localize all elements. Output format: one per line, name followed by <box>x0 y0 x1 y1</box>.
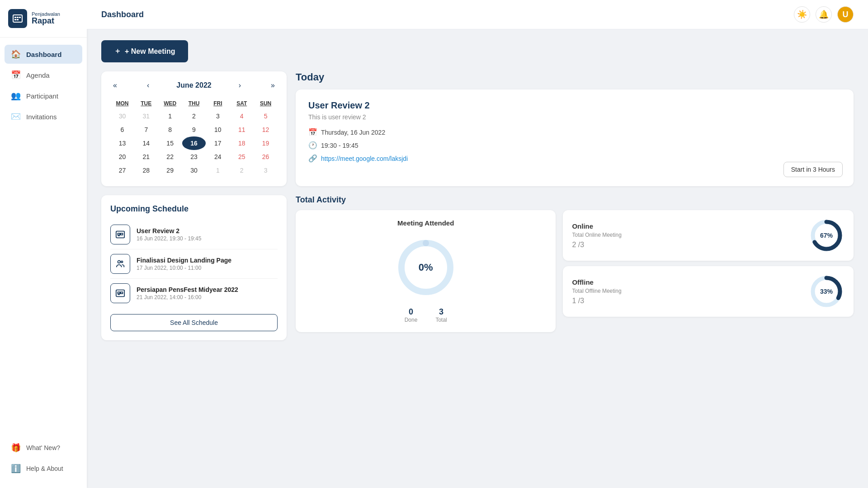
start-meeting-button[interactable]: Start in 3 Hours <box>783 162 843 177</box>
see-all-button[interactable]: See All Schedule <box>110 314 278 331</box>
cal-day-28[interactable]: 28 <box>134 164 158 177</box>
cal-day-2-other[interactable]: 2 <box>230 164 254 177</box>
meeting-date-detail: 📅 Thursday, 16 Jun 2022 <box>308 128 841 136</box>
cal-day-24[interactable]: 24 <box>206 150 230 164</box>
meeting-time: 19:30 - 19:45 <box>321 142 359 149</box>
sidebar-item-whats-new[interactable]: 🎁 What' New? <box>5 438 82 457</box>
cal-dow-thu: THU <box>182 98 206 109</box>
cal-day-5[interactable]: 5 <box>254 109 278 123</box>
cal-dow-wed: WED <box>158 98 182 109</box>
plus-icon: ＋ <box>114 47 121 56</box>
svg-rect-14 <box>121 292 123 294</box>
schedule-item-0[interactable]: User Review 216 Jun 2022, 19:30 - 19:45 <box>110 220 278 249</box>
cal-day-18[interactable]: 18 <box>230 136 254 150</box>
sched-info-1: Finalisasi Design Landing Page17 Jun 202… <box>137 257 231 271</box>
cal-day-25[interactable]: 25 <box>230 150 254 164</box>
main-area: Dashboard ☀️ 🔔 U ＋ + New Meeting « ‹ Jun… <box>87 0 868 488</box>
cal-day-31-other[interactable]: 31 <box>134 109 158 123</box>
sidebar-item-invitations[interactable]: ✉️ Invitations <box>5 107 82 126</box>
participant-icon: 👥 <box>11 91 21 101</box>
offline-donut: 33% <box>808 273 844 310</box>
cal-next-month[interactable]: › <box>236 80 244 90</box>
cal-day-30-other[interactable]: 30 <box>110 109 134 123</box>
cal-prev-month[interactable]: ‹ <box>144 80 152 90</box>
cal-day-14[interactable]: 14 <box>134 136 158 150</box>
cal-day-10[interactable]: 10 <box>206 123 230 136</box>
cal-dow-tue: TUE <box>134 98 158 109</box>
sidebar-nav: 🏠 Dashboard 📅 Agenda 👥 Participant ✉️ In… <box>0 38 87 434</box>
cal-day-21[interactable]: 21 <box>134 150 158 164</box>
invitations-icon: ✉️ <box>11 112 21 122</box>
activity-cards: Meeting Attended 0% 0 Done <box>296 210 854 332</box>
meeting-link[interactable]: https://meet.google.com/laksjdi <box>321 155 408 162</box>
offline-total: 3 <box>580 297 584 305</box>
cal-day-1[interactable]: 1 <box>158 109 182 123</box>
cal-day-30[interactable]: 30 <box>182 164 206 177</box>
offline-title: Offline <box>572 278 621 286</box>
cal-day-9[interactable]: 9 <box>182 123 206 136</box>
cal-day-4[interactable]: 4 <box>230 109 254 123</box>
schedule-list: User Review 216 Jun 2022, 19:30 - 19:45F… <box>110 220 278 308</box>
svg-rect-13 <box>118 292 120 294</box>
new-meeting-button[interactable]: ＋ + New Meeting <box>101 40 188 62</box>
cal-day-6[interactable]: 6 <box>110 123 134 136</box>
online-info: Online Total Online Meeting 2 /3 <box>572 222 621 249</box>
calendar-card: « ‹ June 2022 › » MONTUEWEDTHUFRISATSUN3… <box>101 71 287 186</box>
cal-next-year[interactable]: » <box>268 80 278 90</box>
offline-info: Offline Total Offline Meeting 1 /3 <box>572 278 621 305</box>
online-offline-column: Online Total Online Meeting 2 /3 <box>563 210 854 332</box>
cal-dow-fri: FRI <box>206 98 230 109</box>
sidebar-item-participant[interactable]: 👥 Participant <box>5 86 82 105</box>
nav-label-whats-new: What' New? <box>26 444 60 451</box>
sidebar: Penjadwalan Rapat 🏠 Dashboard 📅 Agenda 👥… <box>0 0 87 488</box>
cal-day-2[interactable]: 2 <box>182 109 206 123</box>
cal-prev-year[interactable]: « <box>110 80 120 90</box>
notifications-button[interactable]: 🔔 <box>816 6 832 23</box>
cal-day-11[interactable]: 11 <box>230 123 254 136</box>
sidebar-item-dashboard[interactable]: 🏠 Dashboard <box>5 45 82 64</box>
cal-day-12[interactable]: 12 <box>254 123 278 136</box>
sched-icon-0 <box>110 225 130 244</box>
offline-count: 1 /3 <box>572 297 621 305</box>
cal-day-7[interactable]: 7 <box>134 123 158 136</box>
meeting-time-detail: 🕐 19:30 - 19:45 <box>308 141 841 150</box>
cal-day-22[interactable]: 22 <box>158 150 182 164</box>
online-card: Online Total Online Meeting 2 /3 <box>563 210 854 261</box>
sched-time-1: 17 Jun 2022, 10:00 - 11:00 <box>137 265 231 271</box>
cal-day-3-other[interactable]: 3 <box>254 164 278 177</box>
cal-dow-sat: SAT <box>230 98 254 109</box>
cal-day-1-other[interactable]: 1 <box>206 164 230 177</box>
meeting-description: This is user review 2 <box>308 113 841 121</box>
sched-name-0: User Review 2 <box>137 227 201 235</box>
calendar-header: « ‹ June 2022 › » <box>110 80 278 90</box>
theme-toggle-button[interactable]: ☀️ <box>794 6 810 23</box>
bottom-grid: Upcoming Schedule User Review 216 Jun 20… <box>101 195 854 340</box>
sidebar-item-agenda[interactable]: 📅 Agenda <box>5 66 82 84</box>
cal-day-3[interactable]: 3 <box>206 109 230 123</box>
sched-icon-2 <box>110 283 130 303</box>
logo-area: Penjadwalan Rapat <box>0 0 87 38</box>
cal-day-19[interactable]: 19 <box>254 136 278 150</box>
cal-day-15[interactable]: 15 <box>158 136 182 150</box>
schedule-item-2[interactable]: Persiapan PensFest Midyear 202221 Jun 20… <box>110 279 278 308</box>
cal-day-17[interactable]: 17 <box>206 136 230 150</box>
calendar-grid: MONTUEWEDTHUFRISATSUN3031123456789101112… <box>110 98 278 177</box>
topbar: Dashboard ☀️ 🔔 U <box>87 0 868 29</box>
cal-day-13[interactable]: 13 <box>110 136 134 150</box>
today-title: Today <box>296 71 854 83</box>
cal-day-29[interactable]: 29 <box>158 164 182 177</box>
cal-day-20[interactable]: 20 <box>110 150 134 164</box>
cal-day-23[interactable]: 23 <box>182 150 206 164</box>
attended-donut: 0% <box>394 236 458 299</box>
schedule-item-1[interactable]: Finalisasi Design Landing Page17 Jun 202… <box>110 249 278 279</box>
cal-day-16[interactable]: 16 <box>182 136 206 150</box>
offline-count-num: 1 <box>572 297 576 305</box>
cal-day-26[interactable]: 26 <box>254 150 278 164</box>
user-avatar[interactable]: U <box>837 6 854 23</box>
sidebar-item-help-about[interactable]: ℹ️ Help & About <box>5 459 82 478</box>
cal-day-27[interactable]: 27 <box>110 164 134 177</box>
nav-label-dashboard: Dashboard <box>26 51 61 58</box>
total-count: 3 <box>435 307 447 317</box>
offline-percent-label: 33% <box>820 288 833 295</box>
cal-day-8[interactable]: 8 <box>158 123 182 136</box>
